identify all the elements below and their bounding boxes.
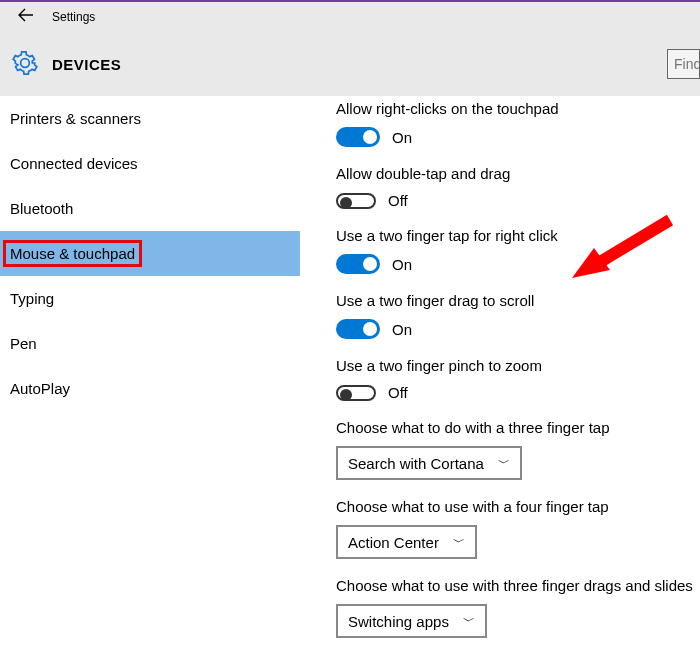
setting-four-finger-tap: Choose what to use with a four finger ta… [336,498,700,559]
dropdown-value: Search with Cortana [348,455,484,472]
title-bar: Settings [0,0,700,32]
sidebar-item-bluetooth[interactable]: Bluetooth [0,186,300,231]
search-input[interactable] [674,56,699,72]
page-title: DEVICES [52,56,121,73]
toggle-state-text: On [392,256,412,273]
sidebar-item-label: Connected devices [10,155,138,172]
toggle-two-finger-pinch[interactable] [336,385,376,401]
setting-label: Allow right-clicks on the touchpad [336,100,700,117]
setting-three-finger-drag: Choose what to use with three finger dra… [336,577,700,638]
toggle-allow-right-clicks[interactable] [336,127,380,147]
setting-three-finger-tap: Choose what to do with a three finger ta… [336,419,700,480]
sidebar-item-label: Printers & scanners [10,110,141,127]
sidebar-item-pen[interactable]: Pen [0,321,300,366]
setting-two-finger-tap-right-click: Use a two finger tap for right click On [336,227,700,274]
sidebar-item-mouse-touchpad[interactable]: Mouse & touchpad [0,231,300,276]
arrow-left-icon [18,8,34,22]
back-button[interactable] [18,8,52,26]
setting-label: Use a two finger tap for right click [336,227,700,244]
sidebar-item-label: Mouse & touchpad [10,245,135,262]
toggle-two-finger-tap[interactable] [336,254,380,274]
window-title: Settings [52,10,95,24]
content-pane: Allow right-clicks on the touchpad On Al… [300,96,700,663]
setting-two-finger-pinch-zoom: Use a two finger pinch to zoom Off [336,357,700,401]
setting-label: Use a two finger pinch to zoom [336,357,700,374]
dropdown-value: Action Center [348,534,439,551]
sidebar-item-printers[interactable]: Printers & scanners [0,96,300,141]
setting-label: Choose what to do with a three finger ta… [336,419,700,436]
sidebar-item-label: Typing [10,290,54,307]
sidebar-item-typing[interactable]: Typing [0,276,300,321]
sidebar-item-label: Bluetooth [10,200,73,217]
sidebar-item-autoplay[interactable]: AutoPlay [0,366,300,411]
toggle-state-text: On [392,321,412,338]
toggle-state-text: Off [388,384,408,401]
search-box[interactable] [667,49,700,79]
sidebar-item-connected-devices[interactable]: Connected devices [0,141,300,186]
dropdown-four-finger-tap[interactable]: Action Center ﹀ [336,525,477,559]
chevron-down-icon: ﹀ [463,613,475,630]
gear-icon [12,50,38,79]
toggle-state-text: Off [388,192,408,209]
chevron-down-icon: ﹀ [453,534,465,551]
setting-label: Choose what to use with three finger dra… [336,577,700,594]
toggle-double-tap-drag[interactable] [336,193,376,209]
setting-label: Allow double-tap and drag [336,165,700,182]
setting-label: Choose what to use with a four finger ta… [336,498,700,515]
dropdown-three-finger-drag[interactable]: Switching apps ﹀ [336,604,487,638]
dropdown-value: Switching apps [348,613,449,630]
toggle-state-text: On [392,129,412,146]
sidebar-item-label: AutoPlay [10,380,70,397]
setting-allow-right-clicks: Allow right-clicks on the touchpad On [336,100,700,147]
dropdown-three-finger-tap[interactable]: Search with Cortana ﹀ [336,446,522,480]
sidebar: Printers & scanners Connected devices Bl… [0,96,300,663]
toggle-two-finger-scroll[interactable] [336,319,380,339]
setting-two-finger-drag-scroll: Use a two finger drag to scroll On [336,292,700,339]
page-header: DEVICES [0,32,700,96]
chevron-down-icon: ﹀ [498,455,510,472]
sidebar-item-label: Pen [10,335,37,352]
setting-label: Use a two finger drag to scroll [336,292,700,309]
setting-double-tap-drag: Allow double-tap and drag Off [336,165,700,209]
